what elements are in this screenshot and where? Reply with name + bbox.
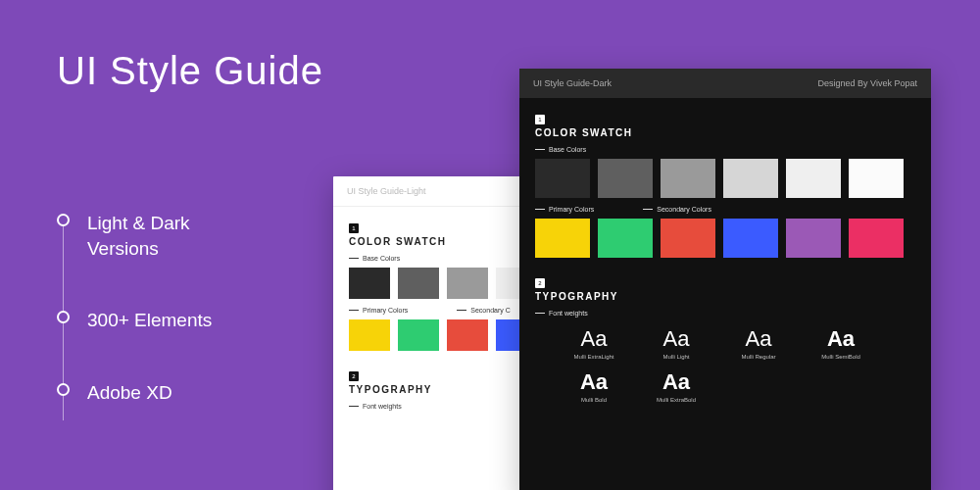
section-number: 1	[535, 115, 545, 124]
font-sample: Aa	[647, 326, 706, 352]
color-swatch	[661, 219, 715, 258]
sub-label-secondary: Secondary Colors	[643, 206, 711, 213]
card-title: UI Style Guide-Light	[347, 186, 426, 196]
color-swatch	[598, 159, 653, 198]
font-sample: Aa	[729, 326, 788, 352]
color-swatch	[398, 268, 439, 299]
color-swatch	[786, 219, 841, 258]
base-swatches	[535, 159, 915, 198]
sub-label-secondary: Secondary C	[457, 307, 510, 314]
card-credit: Designed By Vivek Popat	[818, 78, 917, 88]
sub-label-weights: Font weights	[535, 310, 915, 317]
feature-text: Adobe XD	[87, 380, 172, 406]
hero-title: UI Style Guide	[57, 49, 323, 93]
font-weight-item: AaMulli Light	[647, 326, 706, 360]
section-number: 1	[349, 223, 359, 233]
font-label: Mulli Bold	[564, 397, 623, 403]
font-label: Mulli Regular	[729, 354, 788, 360]
font-sample: Aa	[647, 369, 706, 395]
font-weight-grid: AaMulli ExtraLightAaMulli LightAaMulli R…	[535, 322, 915, 403]
color-swatch	[661, 159, 715, 198]
sub-label-primary: Primary Colors	[535, 206, 594, 213]
color-swatch	[786, 159, 841, 198]
card-header: UI Style Guide-Dark Designed By Vivek Po…	[519, 69, 931, 98]
color-swatch	[349, 319, 390, 351]
color-swatch	[849, 219, 904, 258]
bullet-icon	[57, 214, 70, 226]
font-label: Mulli ExtraBold	[647, 397, 706, 403]
font-weight-item: AaMulli ExtraLight	[564, 326, 623, 360]
font-label: Mulli SemiBold	[811, 354, 870, 360]
feature-item: Light & DarkVersions	[57, 211, 212, 261]
color-swatch	[598, 219, 653, 258]
font-label: Mulli Light	[647, 354, 706, 360]
feature-list: Light & DarkVersions 300+ Elements Adobe…	[57, 211, 212, 453]
style-guide-card-dark: UI Style Guide-Dark Designed By Vivek Po…	[519, 69, 931, 490]
color-swatches-row2	[535, 219, 915, 258]
font-sample: Aa	[564, 369, 623, 395]
section-number: 2	[349, 371, 359, 381]
font-sample: Aa	[564, 326, 623, 352]
feature-item: 300+ Elements	[57, 308, 212, 333]
font-weight-item: AaMulli ExtraBold	[647, 369, 706, 403]
font-weight-item: AaMulli SemiBold	[811, 326, 870, 360]
feature-text: Light & DarkVersions	[87, 211, 190, 261]
sub-label-base: Base Colors	[535, 146, 915, 153]
color-swatch	[723, 219, 778, 258]
bullet-icon	[57, 383, 70, 396]
font-weight-item: AaMulli Bold	[564, 369, 623, 403]
bullet-icon	[57, 311, 70, 323]
font-label: Mulli ExtraLight	[564, 354, 623, 360]
color-swatch	[723, 159, 778, 198]
color-swatch	[398, 319, 439, 351]
color-swatch	[447, 268, 488, 299]
color-swatch	[447, 319, 488, 351]
section-title: TYPOGRAPHY	[535, 291, 915, 302]
color-swatch	[349, 268, 390, 299]
section-color-swatch: 1 COLOR SWATCH Base Colors Primary Color…	[519, 98, 931, 262]
color-swatch	[535, 219, 590, 258]
section-title: COLOR SWATCH	[535, 127, 915, 138]
font-weight-item: AaMulli Regular	[729, 326, 788, 360]
section-typography: 2 TYPOGRAPHY Font weights AaMulli ExtraL…	[519, 262, 931, 407]
feature-text: 300+ Elements	[87, 308, 212, 333]
section-number: 2	[535, 278, 545, 288]
color-swatch	[849, 159, 904, 198]
color-swatch	[535, 159, 590, 198]
feature-item: Adobe XD	[57, 380, 212, 406]
sub-label-primary: Primary Colors	[349, 307, 408, 314]
font-sample: Aa	[811, 326, 870, 352]
card-title: UI Style Guide-Dark	[533, 78, 612, 88]
